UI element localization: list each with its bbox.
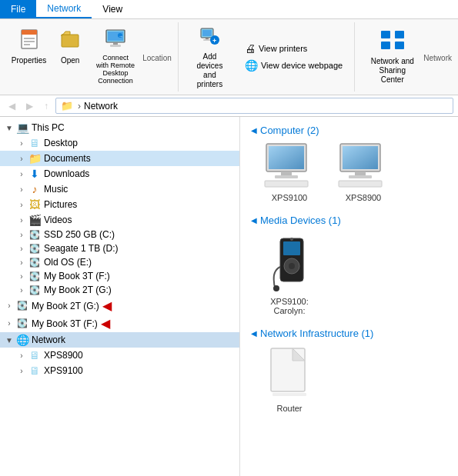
tab-file[interactable]: File	[0, 0, 36, 18]
device-router[interactable]: Router	[259, 345, 320, 413]
network-group-label: Network	[423, 52, 452, 62]
mybook2t-g2-icon: 💽	[15, 301, 29, 311]
chevron-mybook2t-g: ›	[15, 286, 28, 295]
connect-rdp-button[interactable]: → Connect with Remote Desktop Connection	[89, 26, 142, 88]
ssd-label: SSD 250 GB (C:)	[44, 229, 115, 240]
device-xps9100[interactable]: XPS9100	[259, 142, 320, 202]
sidebar-item-xps8900[interactable]: › 🖥 XPS8900	[0, 348, 239, 363]
media-title-text: Media Devices (1)	[260, 215, 341, 226]
ribbon-group-devices: + Add devicesand printers 🖨 View printer…	[179, 22, 355, 92]
connect-rdp-icon: →	[105, 28, 126, 53]
tab-network[interactable]: Network	[36, 0, 92, 18]
svg-rect-42	[272, 393, 306, 396]
sidebar: ▼ 💻 This PC › 🖥 Desktop › 📁 Documents › …	[0, 117, 240, 476]
network-sharing-button[interactable]: Network andSharing Center	[361, 27, 423, 87]
svg-rect-30	[343, 146, 378, 169]
oldos-icon: 💽	[28, 258, 42, 268]
xps9100-device-label: XPS9100	[272, 193, 307, 202]
xps9100-label: XPS9100	[44, 365, 83, 376]
view-printers-label: View printers	[259, 44, 307, 53]
chevron-videos: ›	[15, 216, 28, 225]
router-label: Router	[276, 404, 302, 413]
svg-rect-20	[381, 42, 390, 49]
mybook3t-f2-label: My Book 3T (F:)	[32, 318, 98, 329]
add-devices-icon: +	[199, 25, 220, 51]
sidebar-item-mybook3t-f2[interactable]: › 💽 My Book 3T (F:) ◀	[0, 315, 239, 332]
path-separator: ›	[78, 101, 81, 112]
arrow-mybook2t: ◀	[102, 298, 112, 313]
videos-label: Videos	[44, 215, 72, 225]
sidebar-item-pictures[interactable]: › 🖼 Pictures	[0, 197, 239, 212]
svg-rect-40	[271, 348, 305, 391]
svg-rect-27	[265, 181, 308, 187]
xps9100-computer-icon	[262, 142, 316, 190]
svg-rect-9	[110, 45, 121, 47]
add-devices-button[interactable]: + Add devicesand printers	[185, 22, 235, 92]
sidebar-item-music[interactable]: › ♪ Music	[0, 181, 239, 197]
location-group-label: Location	[142, 52, 172, 62]
chevron-mybook3t-f: ›	[15, 272, 28, 281]
svg-rect-32	[349, 175, 372, 178]
path-text: Network	[84, 101, 118, 112]
mybook2t-g2-label: My Book 2T (G:)	[32, 301, 99, 311]
properties-button[interactable]: Properties	[6, 26, 52, 68]
documents-label: Documents	[44, 153, 91, 164]
chevron-this-pc: ▼	[3, 124, 15, 132]
chevron-documents: ›	[15, 155, 28, 163]
back-button[interactable]: ◀	[5, 98, 19, 114]
svg-rect-15	[203, 39, 211, 41]
sidebar-item-documents[interactable]: › 📁 Documents	[0, 151, 239, 166]
computer-tri: ◀	[251, 126, 257, 135]
network-label: Network	[32, 335, 65, 345]
address-path[interactable]: 📁 › Network	[55, 98, 453, 114]
sidebar-item-mybook3t-f[interactable]: › 💽 My Book 3T (F:)	[0, 269, 239, 283]
ribbon-group-location: Properties Open	[0, 22, 179, 92]
xps8900-device-label: XPS8900	[346, 193, 381, 202]
open-button[interactable]: Open	[53, 26, 87, 68]
svg-rect-1	[22, 30, 37, 35]
sidebar-item-desktop[interactable]: › 🖥 Desktop	[0, 135, 239, 151]
device-media-player[interactable]: XPS9100: Carolyn:	[259, 232, 320, 315]
downloads-label: Downloads	[44, 168, 89, 179]
this-pc-label: This PC	[32, 122, 65, 133]
svg-rect-25	[281, 171, 292, 175]
tab-view[interactable]: View	[92, 0, 133, 18]
address-bar: ◀ ▶ ↑ 📁 › Network	[0, 95, 458, 117]
seagate-icon: 💽	[28, 244, 42, 254]
sidebar-item-videos[interactable]: › 🎬 Videos	[0, 212, 239, 228]
media-player-icon	[266, 232, 313, 294]
sidebar-item-ssd[interactable]: › 💽 SSD 250 GB (C:)	[0, 228, 239, 241]
network-sharing-icon	[380, 29, 405, 55]
forward-button[interactable]: ▶	[22, 98, 37, 114]
svg-rect-21	[395, 42, 404, 49]
sidebar-item-network[interactable]: ▼ 🌐 Network	[0, 332, 239, 348]
xps8900-computer-icon	[336, 142, 390, 190]
xps9100-icon: 🖥	[28, 364, 42, 377]
sidebar-item-this-pc[interactable]: ▼ 💻 This PC	[0, 120, 239, 135]
up-button[interactable]: ↑	[40, 98, 52, 114]
chevron-mybook3t-f2: ›	[3, 319, 15, 328]
view-printers-button[interactable]: 🖨 View printers	[239, 40, 348, 57]
view-webpage-button[interactable]: 🌐 View device webpage	[239, 57, 348, 74]
open-icon	[59, 28, 81, 55]
svg-rect-5	[62, 35, 79, 47]
this-pc-icon: 💻	[15, 121, 29, 134]
chevron-oldos: ›	[15, 258, 28, 267]
svg-text:+: +	[212, 37, 216, 45]
printer-icon: 🖨	[245, 42, 256, 55]
music-label: Music	[44, 184, 68, 195]
properties-icon	[18, 28, 40, 55]
sidebar-item-downloads[interactable]: › ⬇ Downloads	[0, 166, 239, 181]
content-area: ◀ Computer (2)	[240, 117, 458, 476]
sidebar-item-oldos[interactable]: › 💽 Old OS (E:)	[0, 255, 239, 269]
documents-icon: 📁	[28, 152, 42, 165]
device-xps8900[interactable]: XPS8900	[333, 142, 394, 202]
desktop-icon: 🖥	[28, 137, 42, 149]
sidebar-item-seagate[interactable]: › 💽 Seagate 1 TB (D:)	[0, 241, 239, 255]
sidebar-item-xps9100[interactable]: › 🖥 XPS9100	[0, 363, 239, 378]
ribbon-tabs: File Network View	[0, 0, 458, 19]
svg-rect-18	[381, 31, 390, 38]
sidebar-item-mybook2t-g[interactable]: › 💽 My Book 2T (G:)	[0, 283, 239, 297]
sidebar-item-mybook2t-g2[interactable]: › 💽 My Book 2T (G:) ◀	[0, 297, 239, 315]
main-area: ▼ 💻 This PC › 🖥 Desktop › 📁 Documents › …	[0, 117, 458, 476]
